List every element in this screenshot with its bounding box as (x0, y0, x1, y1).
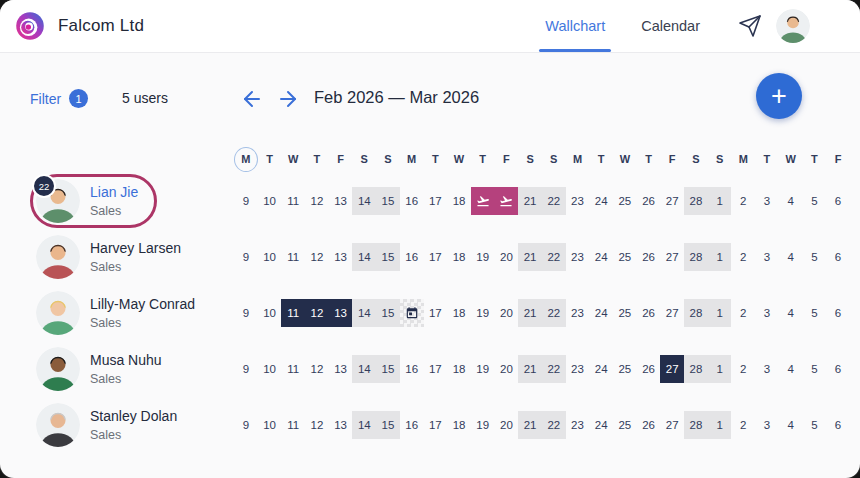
arrow-right-icon[interactable] (276, 87, 300, 111)
date-cell-plain[interactable]: 26 (637, 411, 661, 439)
date-cell-plain[interactable]: 23 (566, 299, 590, 327)
date-cell-plain[interactable]: 16 (400, 187, 424, 215)
date-cell-weekend[interactable]: 28 (684, 411, 708, 439)
user-name[interactable]: Lilly-May Conrad (90, 296, 195, 313)
date-cell-plain[interactable]: 18 (447, 187, 471, 215)
date-cell-weekend[interactable]: 21 (518, 299, 542, 327)
filter-button[interactable]: Filter 1 (30, 89, 88, 108)
date-cell-weekend[interactable]: 22 (542, 411, 566, 439)
date-cell-plain[interactable]: 12 (305, 187, 329, 215)
date-cell-plain[interactable]: 6 (826, 299, 850, 327)
date-cell-plain[interactable]: 25 (613, 299, 637, 327)
date-cell-plain[interactable]: 16 (400, 355, 424, 383)
date-cell-plain[interactable]: 18 (447, 243, 471, 271)
date-cell-plain[interactable]: 6 (826, 243, 850, 271)
user-card-lilly-may-conrad[interactable]: Lilly-May ConradSales (30, 286, 214, 340)
date-cell-weekend[interactable]: 28 (684, 355, 708, 383)
date-cell-plain[interactable]: 19 (471, 299, 495, 327)
date-cell-plain[interactable]: 25 (613, 187, 637, 215)
date-cell-plain[interactable]: 13 (329, 411, 353, 439)
date-cell-weekend[interactable]: 28 (684, 187, 708, 215)
date-cell-weekend[interactable]: 1 (708, 355, 732, 383)
date-cell-plain[interactable]: 13 (329, 355, 353, 383)
date-cell-plain[interactable]: 24 (589, 299, 613, 327)
date-cell-plain[interactable]: 5 (803, 411, 827, 439)
date-cell-plain[interactable]: 27 (660, 299, 684, 327)
date-cell-weekend[interactable]: 22 (542, 355, 566, 383)
date-cell-booked[interactable]: 11 (281, 299, 305, 327)
date-cell-trip[interactable] (495, 187, 519, 215)
date-cell-plain[interactable]: 3 (755, 187, 779, 215)
date-cell-plain[interactable]: 13 (329, 187, 353, 215)
date-cell-plain[interactable]: 23 (566, 243, 590, 271)
date-cell-weekend[interactable]: 14 (352, 355, 376, 383)
date-cell-weekend[interactable]: 14 (352, 243, 376, 271)
user-card-musa-nuhu[interactable]: Musa NuhuSales (30, 342, 181, 396)
date-cell-plain[interactable]: 5 (803, 187, 827, 215)
date-cell-plain[interactable]: 12 (305, 243, 329, 271)
date-cell-weekend[interactable]: 21 (518, 411, 542, 439)
date-cell-booked[interactable]: 27 (660, 355, 684, 383)
date-cell-plain[interactable]: 11 (281, 243, 305, 271)
date-cell-weekend[interactable]: 1 (708, 299, 732, 327)
date-cell-plain[interactable]: 17 (424, 355, 448, 383)
date-cell-plain[interactable]: 18 (447, 355, 471, 383)
date-cell-plain[interactable]: 18 (447, 299, 471, 327)
date-cell-plain[interactable]: 26 (637, 187, 661, 215)
date-cell-plain[interactable]: 20 (495, 355, 519, 383)
date-cell-plain[interactable]: 20 (495, 243, 519, 271)
date-cell-plain[interactable]: 23 (566, 355, 590, 383)
date-cell-plain[interactable]: 9 (234, 299, 258, 327)
date-cell-plain[interactable]: 3 (755, 299, 779, 327)
add-booking-button[interactable]: + (756, 73, 802, 119)
date-cell-plain[interactable]: 3 (755, 243, 779, 271)
date-cell-plain[interactable]: 2 (731, 187, 755, 215)
date-cell-booked[interactable]: 12 (305, 299, 329, 327)
date-cell-plain[interactable]: 3 (755, 355, 779, 383)
date-cell-weekend[interactable]: 21 (518, 187, 542, 215)
date-cell-weekend[interactable]: 15 (376, 243, 400, 271)
date-cell-weekend[interactable]: 22 (542, 187, 566, 215)
arrow-left-icon[interactable] (240, 87, 264, 111)
date-cell-plain[interactable]: 26 (637, 355, 661, 383)
date-cell-plain[interactable]: 4 (779, 355, 803, 383)
user-card-harvey-larsen[interactable]: Harvey LarsenSales (30, 230, 200, 284)
date-cell-weekend[interactable]: 1 (708, 411, 732, 439)
date-cell-plain[interactable]: 20 (495, 299, 519, 327)
date-cell-plain[interactable]: 2 (731, 299, 755, 327)
date-cell-weekend[interactable]: 14 (352, 411, 376, 439)
date-cell-plain[interactable]: 6 (826, 411, 850, 439)
date-cell-plain[interactable]: 25 (613, 243, 637, 271)
date-cell-plain[interactable]: 11 (281, 411, 305, 439)
date-cell-weekend[interactable]: 14 (352, 299, 376, 327)
date-cell-plain[interactable]: 25 (613, 355, 637, 383)
date-cell-plain[interactable]: 4 (779, 187, 803, 215)
date-cell-trip[interactable] (471, 187, 495, 215)
date-cell-weekend[interactable]: 15 (376, 187, 400, 215)
date-cell-plain[interactable]: 24 (589, 355, 613, 383)
date-cell-plain[interactable]: 27 (660, 187, 684, 215)
date-cell-plain[interactable]: 11 (281, 187, 305, 215)
date-cell-weekend[interactable]: 22 (542, 243, 566, 271)
date-cell-plain[interactable]: 27 (660, 411, 684, 439)
user-name[interactable]: Harvey Larsen (90, 240, 181, 257)
paper-plane-icon[interactable] (738, 14, 762, 38)
date-cell-weekend[interactable]: 28 (684, 243, 708, 271)
date-cell-plain[interactable]: 24 (589, 243, 613, 271)
date-cell-plain[interactable]: 24 (589, 411, 613, 439)
date-cell-plain[interactable]: 2 (731, 411, 755, 439)
date-cell-weekend[interactable]: 1 (708, 187, 732, 215)
date-cell-weekend[interactable]: 15 (376, 355, 400, 383)
date-cell-plain[interactable]: 26 (637, 299, 661, 327)
date-cell-plain[interactable]: 10 (258, 411, 282, 439)
date-cell-plain[interactable]: 11 (281, 355, 305, 383)
date-cell-plain[interactable]: 4 (779, 243, 803, 271)
date-cell-plain[interactable]: 10 (258, 243, 282, 271)
date-cell-plain[interactable]: 27 (660, 243, 684, 271)
date-cell-plain[interactable]: 24 (589, 187, 613, 215)
tab-wallchart[interactable]: Wallchart (545, 0, 605, 52)
date-cell-plain[interactable]: 5 (803, 355, 827, 383)
user-card-lian-jie[interactable]: 22Lian JieSales (30, 174, 157, 228)
date-cell-plain[interactable]: 19 (471, 411, 495, 439)
date-cell-plain[interactable]: 9 (234, 355, 258, 383)
